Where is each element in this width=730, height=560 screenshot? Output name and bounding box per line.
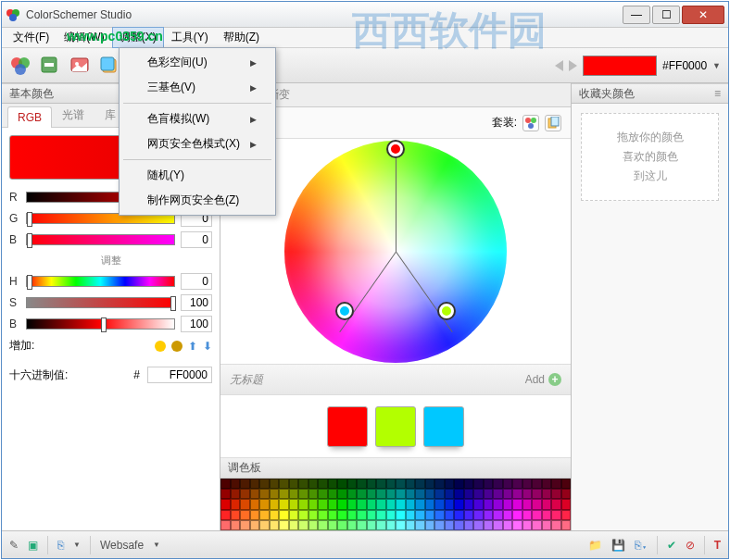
palette-cell[interactable] <box>542 489 552 499</box>
palette-cell[interactable] <box>279 520 289 530</box>
palette-cell[interactable] <box>522 510 533 520</box>
palette-cell[interactable] <box>357 510 367 520</box>
palette-cell[interactable] <box>415 510 425 520</box>
palette-cell[interactable] <box>464 479 474 489</box>
add-down-icon[interactable]: ⬇ <box>203 340 212 353</box>
palette-cell[interactable] <box>532 489 542 499</box>
palette-cell[interactable] <box>493 520 503 530</box>
palette-cell[interactable] <box>561 499 572 509</box>
palette-cell[interactable] <box>425 520 435 530</box>
palette-cell[interactable] <box>396 510 406 520</box>
menu-websafe-mode[interactable]: 网页安全色模式(X)▶ <box>121 131 273 156</box>
palette-cell[interactable] <box>347 479 358 489</box>
menu-edit[interactable]: 编辑(W) <box>57 27 111 48</box>
palette-cell[interactable] <box>425 510 435 520</box>
favorites-dropzone[interactable]: 拖放你的颜色 喜欢的颜色 到这儿 <box>581 113 719 201</box>
palette-cell[interactable] <box>454 479 464 489</box>
palette-cell[interactable] <box>386 489 396 499</box>
palette-cell[interactable] <box>512 520 522 530</box>
palette-cell[interactable] <box>347 520 358 530</box>
s-slider[interactable] <box>26 297 175 308</box>
palette-cell[interactable] <box>318 499 328 509</box>
palette-cell[interactable] <box>542 499 552 509</box>
palette-cell[interactable] <box>406 489 416 499</box>
palette-cell[interactable] <box>464 520 474 530</box>
palette-cell[interactable] <box>289 489 299 499</box>
palette-cell[interactable] <box>347 510 358 520</box>
palette-cell[interactable] <box>220 479 231 489</box>
palette-cell[interactable] <box>308 520 319 530</box>
palette-cell[interactable] <box>473 499 484 509</box>
palette-cell[interactable] <box>445 499 455 509</box>
palette-cell[interactable] <box>542 510 552 520</box>
palette-cell[interactable] <box>434 499 445 509</box>
palette-cell[interactable] <box>220 499 231 509</box>
palette-cell[interactable] <box>220 489 231 499</box>
palette-cell[interactable] <box>532 479 542 489</box>
eyedropper-icon[interactable]: ✎ <box>9 539 19 552</box>
palette-cell[interactable] <box>434 489 445 499</box>
palette-cell[interactable] <box>337 499 347 509</box>
minimize-button[interactable]: — <box>623 6 650 24</box>
palette-cell[interactable] <box>298 520 308 530</box>
menu-primaries[interactable]: 三基色(V)▶ <box>121 75 273 100</box>
export-icon[interactable]: ⎘▾ <box>635 539 648 552</box>
palette-cell[interactable] <box>308 479 319 489</box>
palette-cell[interactable] <box>493 479 503 489</box>
hex-dropdown-icon[interactable]: ▼ <box>712 61 721 70</box>
palette-cell[interactable] <box>318 510 328 520</box>
palette-cell[interactable] <box>337 489 347 499</box>
nav-forward-button[interactable] <box>569 60 577 71</box>
text-color-icon[interactable]: T <box>714 539 721 552</box>
palette-cell[interactable] <box>512 510 522 520</box>
palette-cell[interactable] <box>425 499 435 509</box>
nav-back-button[interactable] <box>555 60 563 71</box>
palette-cell[interactable] <box>240 499 250 509</box>
websafe-dropdown-icon[interactable]: ▼ <box>153 541 160 549</box>
add-scheme-button[interactable]: Add + <box>525 373 561 386</box>
palette-cell[interactable] <box>318 479 328 489</box>
palette-cell[interactable] <box>231 489 241 499</box>
palette-cell[interactable] <box>289 520 299 530</box>
palette-cell[interactable] <box>347 489 358 499</box>
palette-cell[interactable] <box>551 479 561 489</box>
copy-dropdown-icon[interactable]: ▼ <box>73 541 81 549</box>
palette-cell[interactable] <box>367 489 377 499</box>
palette-cell[interactable] <box>259 510 270 520</box>
palette-cell[interactable] <box>551 499 561 509</box>
wheel-node-3[interactable] <box>439 304 454 318</box>
palette-cell[interactable] <box>250 489 260 499</box>
folder-icon[interactable]: 📁 <box>588 539 602 552</box>
palette-cell[interactable] <box>454 499 464 509</box>
palette-cell[interactable] <box>406 510 416 520</box>
palette-cell[interactable] <box>376 489 386 499</box>
palette-cell[interactable] <box>464 499 474 509</box>
b-slider[interactable] <box>26 234 175 245</box>
b-value[interactable] <box>181 231 212 248</box>
palette-cell[interactable] <box>503 510 513 520</box>
palette-cell[interactable] <box>532 510 542 520</box>
favorites-menu-icon[interactable]: ≡ <box>714 87 721 100</box>
current-color-swatch[interactable] <box>583 56 657 76</box>
palette-cell[interactable] <box>561 510 572 520</box>
palette-cell[interactable] <box>551 510 561 520</box>
scheme-swatch-3[interactable] <box>423 406 464 447</box>
palette-cell[interactable] <box>561 520 572 530</box>
image-icon[interactable] <box>69 55 91 77</box>
palette-cell[interactable] <box>347 499 358 509</box>
palette-cell[interactable] <box>308 510 319 520</box>
palette-cell[interactable] <box>357 499 367 509</box>
palette-cell[interactable] <box>367 520 377 530</box>
copy-icon[interactable]: ⎘ <box>57 539 64 552</box>
tab-spectrum[interactable]: 光谱 <box>52 103 94 127</box>
palette-cell[interactable] <box>240 479 250 489</box>
palette-cell[interactable] <box>270 479 280 489</box>
palette-cell[interactable] <box>561 489 572 499</box>
palette-cell[interactable] <box>493 489 503 499</box>
palette-cell[interactable] <box>289 510 299 520</box>
clipboard-icon[interactable]: ▣ <box>28 539 38 552</box>
palette-cell[interactable] <box>454 520 464 530</box>
palette-cell[interactable] <box>503 520 513 530</box>
palette-cell[interactable] <box>250 499 260 509</box>
palette-cell[interactable] <box>551 520 561 530</box>
